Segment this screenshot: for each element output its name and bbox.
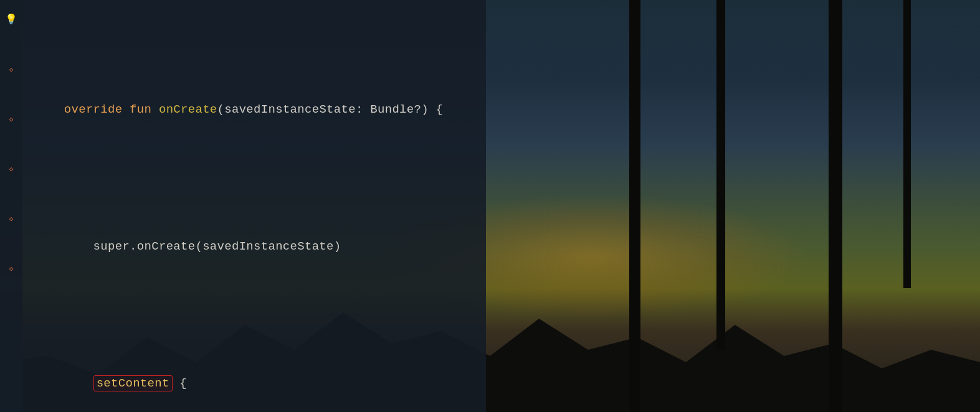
gutter-marker-2: ◇ [7, 115, 16, 123]
code-line-3: setContent { [35, 370, 473, 397]
code-editor-panel: 💡 ◇ ◇ ◇ ◇ ◇ override fun onCreate(savedI… [0, 0, 486, 412]
bulb-icon[interactable]: 💡 [7, 15, 16, 24]
pole-3 [829, 0, 842, 412]
gutter-marker-5: ◇ [7, 264, 16, 273]
token-params: (savedInstanceState: Bundle?) { [217, 103, 444, 116]
token-brace3: { [173, 377, 187, 390]
gutter-marker-1: ◇ [7, 65, 16, 73]
code-content[interactable]: override fun onCreate(savedInstanceState… [22, 6, 486, 412]
token-setcontent: setContent [97, 377, 169, 390]
token-override: override fun [35, 103, 159, 116]
setcontent-highlight-box: setContent [93, 375, 173, 391]
editor-gutter: 💡 ◇ ◇ ◇ ◇ ◇ [0, 0, 22, 412]
pole-2 [716, 0, 725, 350]
token-indent3 [35, 377, 93, 390]
code-line-2: super.onCreate(savedInstanceState) [35, 233, 473, 260]
gutter-marker-4: ◇ [7, 214, 16, 223]
pole-4 [903, 0, 911, 288]
code-line-1: override fun onCreate(savedInstanceState… [35, 96, 473, 123]
gutter-marker-3: ◇ [7, 164, 16, 173]
token-oncreate: onCreate [159, 103, 217, 116]
token-super: super.onCreate(savedInstanceState) [35, 240, 341, 253]
pole-1 [629, 0, 640, 412]
